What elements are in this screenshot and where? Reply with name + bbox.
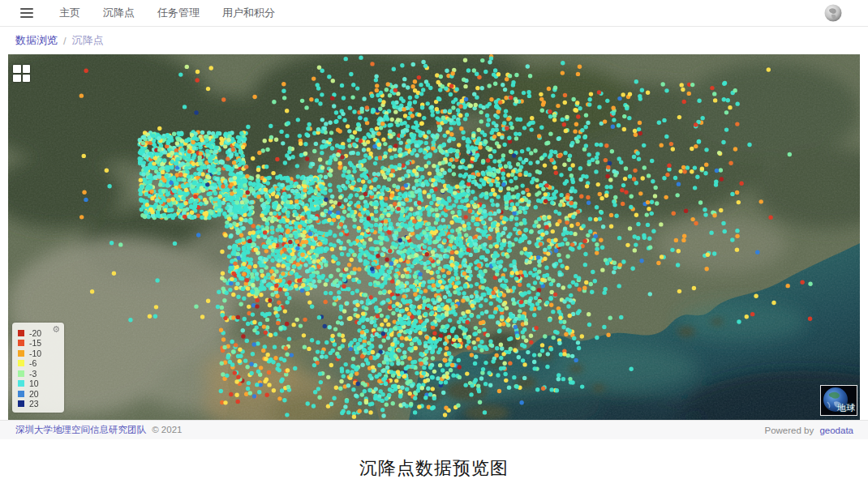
legend-value: -15: [29, 339, 41, 348]
legend-swatch: [18, 370, 24, 377]
attribution-link[interactable]: 深圳大学地理空间信息研究团队: [15, 425, 146, 434]
legend-swatch: [18, 330, 24, 336]
legend-value: -6: [29, 359, 37, 368]
globe-avatar-icon: [824, 4, 842, 22]
legend-swatch: [18, 350, 24, 357]
geodata-link[interactable]: geodata: [819, 426, 853, 435]
figure-caption: 沉降点数据预览图: [0, 456, 868, 481]
main-nav: 主页 沉降点 任务管理 用户和积分: [59, 6, 275, 20]
legend-value: 23: [29, 400, 39, 409]
legend-item: 20: [18, 389, 59, 399]
breadcrumb-link-data-browse[interactable]: 数据浏览: [15, 33, 58, 48]
legend-value: 20: [29, 390, 39, 399]
legend-item: -15: [18, 339, 59, 349]
attribution: 深圳大学地理空间信息研究团队 © 2021: [15, 424, 182, 436]
legend-swatch: [18, 391, 24, 397]
powered-by: Powered by geodata: [764, 426, 853, 435]
legend-swatch: [18, 380, 24, 387]
breadcrumb-separator: /: [63, 35, 67, 47]
legend-value: -20: [29, 329, 41, 338]
legend-value: -10: [29, 349, 41, 358]
nav-item-users-and-points[interactable]: 用户和积分: [222, 6, 275, 20]
nav-item-task-management[interactable]: 任务管理: [157, 6, 200, 20]
legend-item: -3: [18, 369, 59, 379]
legend-item: -10: [18, 349, 59, 358]
basemap-switcher[interactable]: 地球: [820, 385, 857, 416]
legend-swatch: [18, 400, 24, 407]
powered-by-text: Powered by: [764, 426, 814, 435]
split-view-grid-icon[interactable]: [13, 65, 30, 82]
user-avatar[interactable]: [824, 4, 842, 22]
basemap-label: 地球: [837, 402, 855, 414]
legend-item: -6: [18, 359, 59, 369]
legend-value: 10: [29, 379, 39, 388]
nav-item-home[interactable]: 主页: [59, 6, 80, 20]
legend-item: 23: [18, 400, 59, 409]
subsidence-points-layer: [8, 54, 860, 420]
copyright-text: © 2021: [152, 425, 182, 434]
breadcrumb-current-page: 沉降点: [72, 33, 104, 48]
hamburger-menu-icon[interactable]: [20, 8, 33, 18]
breadcrumb: 数据浏览 / 沉降点: [0, 27, 868, 54]
legend-gear-icon[interactable]: ⚙: [52, 325, 60, 334]
legend-swatch: [18, 340, 24, 346]
map-statusbar: 深圳大学地理空间信息研究团队 © 2021 Powered by geodata: [0, 420, 868, 439]
legend-value: -3: [29, 370, 37, 379]
top-nav: 主页 沉降点 任务管理 用户和积分: [0, 0, 868, 27]
legend-item: 10: [18, 379, 59, 389]
map-legend: ⚙ -20 -15 -10 -6 -3 10 20 23: [12, 323, 64, 413]
map-viewport[interactable]: ⚙ -20 -15 -10 -6 -3 10 20 23 地球: [8, 54, 860, 420]
legend-swatch: [18, 360, 24, 366]
nav-item-subsidence-points[interactable]: 沉降点: [103, 6, 135, 20]
